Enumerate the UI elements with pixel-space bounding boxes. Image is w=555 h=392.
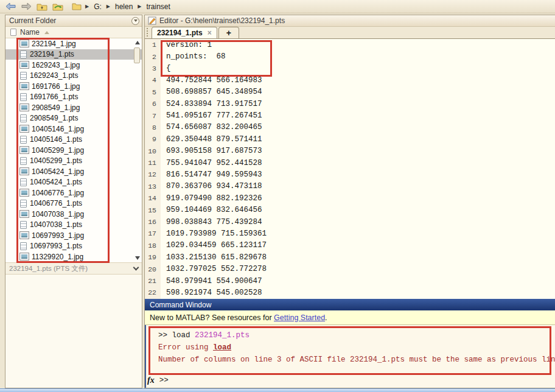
error-line-2: Number of columns on line 3 of ASCII fil… — [158, 355, 555, 364]
back-button[interactable] — [4, 1, 17, 12]
file-row[interactable]: 11329920_1.jpg — [5, 251, 142, 262]
file-list-scrollbar[interactable] — [133, 38, 141, 262]
command-window-content[interactable]: >> load 232194_1.pts Error using load Nu… — [145, 325, 555, 388]
file-name: 10697993_1.jpg — [32, 231, 84, 240]
chevron-down-icon — [134, 19, 138, 22]
file-row[interactable]: 232194_1.jpg — [5, 38, 142, 49]
jpg-file-icon — [20, 189, 29, 196]
editor-line[interactable]: 191033.215130 615.829678 — [145, 251, 555, 263]
file-row[interactable]: 2908549_1.jpg — [5, 102, 142, 113]
line-text: 548.979941 554.900647 — [161, 277, 262, 285]
getting-started-link[interactable]: Getting Started — [274, 313, 325, 322]
editor-line[interactable]: 4494.752844 566.164983 — [145, 74, 555, 86]
line-text: 574.656087 832.200465 — [161, 123, 262, 131]
scroll-down-icon[interactable] — [135, 256, 140, 260]
breadcrumb-segment-helen[interactable]: helen — [114, 2, 134, 12]
close-icon[interactable]: × — [208, 29, 212, 37]
breadcrumb-segment-trainset[interactable]: trainset — [145, 2, 172, 12]
forward-arrow-icon — [21, 2, 32, 10]
editor-line[interactable]: 15959.104469 832.646456 — [145, 204, 555, 215]
file-row[interactable]: 232194_1.pts — [5, 49, 142, 60]
tab-232194-1-pts[interactable]: 232194_1.pts × — [152, 27, 217, 38]
command-prompt[interactable]: >> — [159, 376, 169, 385]
file-row[interactable]: 10405424_1.jpg — [5, 166, 142, 177]
line-number: 8 — [145, 122, 161, 133]
scroll-up-icon[interactable] — [135, 41, 140, 44]
file-row[interactable]: 10405299_1.jpg — [5, 145, 142, 156]
file-row[interactable]: 10407038_1.jpg — [5, 209, 142, 220]
editor-content[interactable]: 1version: 12n_points: 683{4494.752844 56… — [145, 39, 555, 299]
right-region: Editor - G:\helen\trainset\232194_1.pts … — [144, 15, 555, 388]
file-row[interactable]: 10406776_1.pts — [5, 198, 142, 209]
forward-button[interactable] — [19, 1, 33, 12]
file-row[interactable]: 10405146_1.pts — [5, 135, 142, 145]
editor-line[interactable]: 14919.079490 882.192326 — [145, 192, 555, 204]
line-number: 6 — [145, 98, 161, 110]
drag-grip-icon[interactable] — [147, 28, 149, 37]
editor-line[interactable]: 12816.514747 949.595943 — [145, 169, 555, 180]
file-row[interactable]: 1691766_1.jpg — [5, 81, 142, 92]
editor-line[interactable]: 181029.034459 665.123117 — [145, 240, 555, 251]
editor-line[interactable]: 10693.905158 917.687573 — [145, 145, 555, 157]
plus-icon: + — [226, 28, 231, 38]
editor-line[interactable]: 3{ — [145, 63, 555, 74]
file-row[interactable]: 10697993_1.jpg — [5, 230, 142, 241]
file-row[interactable]: 1691766_1.pts — [5, 92, 142, 103]
line-text: 959.104469 832.646456 — [161, 206, 262, 214]
chevron-down-icon[interactable] — [133, 264, 139, 270]
breadcrumb-segment-drive[interactable]: G: — [92, 2, 103, 12]
editor-line[interactable]: 6524.833894 713.917517 — [145, 98, 555, 110]
breadcrumb-separator-icon: ▶ — [136, 4, 143, 9]
file-name: 10405146_1.pts — [30, 135, 82, 144]
up-one-level-button[interactable] — [35, 1, 49, 12]
editor-line[interactable]: 201032.797025 552.772278 — [145, 263, 555, 275]
line-number: 20 — [145, 263, 161, 275]
file-row[interactable]: 1629243_1.jpg — [5, 60, 142, 71]
error-function-link[interactable]: load — [213, 343, 231, 352]
file-list[interactable]: 232194_1.jpg232194_1.pts1629243_1.jpg162… — [5, 38, 142, 262]
file-row[interactable]: 10405146_1.jpg — [5, 124, 142, 135]
scrollbar-thumb[interactable] — [134, 47, 140, 63]
editor-line[interactable]: 8574.656087 832.200465 — [145, 122, 555, 133]
line-number: 4 — [145, 74, 161, 86]
pts-file-icon — [20, 157, 27, 165]
editor-line[interactable]: 7541.095167 777.267451 — [145, 110, 555, 121]
browse-folder-button[interactable] — [51, 1, 65, 12]
editor-line[interactable]: 9629.350448 879.571411 — [145, 133, 555, 145]
editor-line[interactable]: 21548.979941 554.900647 — [145, 275, 555, 287]
editor-line[interactable]: 171019.793989 715.159361 — [145, 228, 555, 239]
file-row[interactable]: 1629243_1.pts — [5, 71, 142, 82]
address-bar[interactable]: ▶ G: ▶ helen ▶ trainset — [72, 2, 172, 12]
file-row[interactable]: 10697993_1.pts — [5, 241, 142, 252]
line-text: 816.514747 949.595943 — [161, 170, 262, 179]
panel-menu-button[interactable] — [131, 17, 139, 25]
file-name: 10405424_1.pts — [30, 178, 82, 186]
line-text: 541.095167 777.267451 — [161, 111, 262, 120]
editor-line[interactable]: 5508.698857 645.348954 — [145, 86, 555, 98]
editor-line[interactable]: 11755.941047 952.441528 — [145, 157, 555, 169]
error-prefix: Error using — [158, 343, 213, 352]
name-column-header[interactable]: Name — [5, 27, 142, 38]
file-row[interactable]: 2908549_1.pts — [5, 113, 142, 124]
file-name: 10407038_1.pts — [30, 220, 82, 229]
prompt-row: fx >> — [147, 376, 169, 385]
file-name: 2908549_1.jpg — [32, 103, 80, 112]
editor-line[interactable]: 13870.363706 934.473118 — [145, 181, 555, 192]
editor-line[interactable]: 1version: 1 — [145, 39, 555, 51]
file-row[interactable]: 10405299_1.pts — [5, 156, 142, 167]
editor-line[interactable]: 16998.038843 775.439284 — [145, 216, 555, 228]
file-row[interactable]: 10405424_1.pts — [5, 177, 142, 188]
file-row[interactable]: 10407038_1.pts — [5, 220, 142, 231]
current-folder-header: Current Folder — [5, 15, 142, 27]
editor-line[interactable]: 2n_points: 68 — [145, 51, 555, 62]
file-name: 10406776_1.pts — [30, 199, 82, 208]
sort-ascending-icon — [44, 31, 49, 34]
status-file-name: 232194_1.pts — [9, 265, 52, 272]
line-number: 2 — [145, 51, 161, 62]
toolbar: ▶ G: ▶ helen ▶ trainset — [0, 0, 555, 13]
fx-function-hints-icon[interactable]: fx — [147, 376, 155, 385]
editor-line[interactable]: 22598.921974 545.002528 — [145, 287, 555, 298]
new-tab-button[interactable]: + — [218, 27, 239, 38]
command-window-header[interactable]: Command Window — [145, 299, 555, 310]
file-row[interactable]: 10406776_1.jpg — [5, 187, 142, 198]
